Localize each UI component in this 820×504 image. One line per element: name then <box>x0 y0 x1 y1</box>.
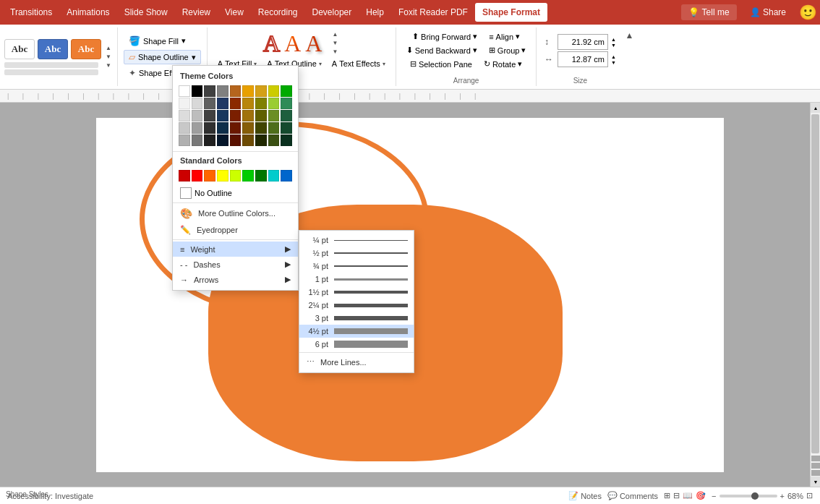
height-down-icon[interactable]: ▼ <box>611 43 616 48</box>
weight-15pt[interactable]: 1½ pt <box>299 286 414 299</box>
zoom-out-icon[interactable]: − <box>712 492 716 500</box>
zoom-thumb[interactable] <box>751 492 759 500</box>
shape-style-blue[interactable]: Abc <box>38 39 68 59</box>
color-shade-49[interactable] <box>281 134 292 146</box>
color-dark1[interactable] <box>204 85 215 97</box>
fit-page-icon[interactable]: ⊡ <box>806 491 813 500</box>
menu-help[interactable]: Help <box>359 3 391 22</box>
menu-animations[interactable]: Animations <box>59 3 116 22</box>
color-shade-35[interactable] <box>230 122 242 134</box>
more-outline-option[interactable]: 🎨 More Outline Colors... <box>173 205 298 222</box>
shape-style-orange[interactable]: Abc <box>71 39 101 59</box>
menu-review[interactable]: Review <box>175 3 218 22</box>
weight-1pt[interactable]: 1 pt <box>299 273 414 286</box>
share-button[interactable]: 👤 Share <box>743 4 793 20</box>
vertical-scrollbar[interactable]: ▲ ▼ <box>810 103 820 487</box>
std-color-8[interactable] <box>268 170 280 181</box>
menu-foxit[interactable]: Foxit Reader PDF <box>391 3 475 22</box>
std-color-3[interactable] <box>204 170 215 181</box>
color-lime1[interactable] <box>268 85 280 97</box>
menu-recording[interactable]: Recording <box>251 3 305 22</box>
scroll-up-button[interactable]: ▲ <box>811 103 820 113</box>
color-shade-47[interactable] <box>255 134 267 146</box>
shape-outline-button[interactable]: ▱ Shape Outline ▾ <box>124 50 201 64</box>
color-shade-13[interactable] <box>204 98 215 109</box>
color-shade-44[interactable] <box>217 134 229 146</box>
style-scroll[interactable]: ▲ ▼ ▼ <box>103 45 113 69</box>
std-color-2[interactable] <box>192 170 203 181</box>
std-color-6[interactable] <box>242 170 254 181</box>
color-shade-21[interactable] <box>179 110 190 121</box>
color-shade-45[interactable] <box>230 134 242 146</box>
group-button[interactable]: ⊞ Group ▾ <box>484 44 531 56</box>
presenter-view-icon[interactable]: 🎯 <box>696 491 706 500</box>
zoom-slider[interactable] <box>719 495 777 497</box>
weight-6pt[interactable]: 6 pt <box>299 338 414 351</box>
shape-fill-button[interactable]: 🪣 Shape Fill ▾ <box>124 33 201 48</box>
arrows-option[interactable]: → Arrows ▶ <box>173 272 298 287</box>
weight-025pt[interactable]: ¼ pt <box>299 234 414 247</box>
color-shade-14[interactable] <box>217 98 229 109</box>
color-shade-41[interactable] <box>179 134 190 146</box>
color-shade-46[interactable] <box>242 134 254 146</box>
color-shade-23[interactable] <box>204 110 215 121</box>
wordart-scroll-expand[interactable]: ▼ <box>330 48 339 55</box>
color-shade-43[interactable] <box>204 134 215 146</box>
height-input[interactable] <box>558 34 608 50</box>
rotate-button[interactable]: ↻ Rotate ▾ <box>479 58 526 70</box>
color-shade-16[interactable] <box>242 98 254 109</box>
scroll-thumb[interactable] <box>811 114 819 453</box>
menu-shape-format[interactable]: Shape Format <box>475 3 547 22</box>
color-shade-33[interactable] <box>204 122 215 134</box>
tell-me-box[interactable]: 💡 Tell me <box>681 4 737 20</box>
color-shade-31[interactable] <box>179 122 190 134</box>
color-green1[interactable] <box>281 85 292 97</box>
notes-button[interactable]: 📝 Notes <box>568 491 602 500</box>
color-shade-34[interactable] <box>217 122 229 134</box>
wordart-scroll-down[interactable]: ▼ <box>330 39 339 46</box>
eyedropper-option[interactable]: ✏️ Eyedropper <box>173 222 298 238</box>
color-shade-29[interactable] <box>281 110 292 121</box>
height-up-icon[interactable]: ▲ <box>611 37 616 42</box>
color-shade-28[interactable] <box>268 110 280 121</box>
scroll-expand-icon[interactable]: ▼ <box>104 62 113 69</box>
color-shade-19[interactable] <box>281 98 292 109</box>
selection-pane-button[interactable]: ⊟ Selection Pane <box>406 58 477 70</box>
scroll-down-icon[interactable]: ▼ <box>104 54 113 61</box>
menu-view[interactable]: View <box>218 3 251 22</box>
color-shade-11[interactable] <box>179 98 190 109</box>
weight-option[interactable]: ≡ Weight ▶ <box>173 242 298 257</box>
color-shade-24[interactable] <box>217 110 229 121</box>
color-shade-37[interactable] <box>255 122 267 134</box>
no-outline-option[interactable]: No Outline <box>173 185 298 201</box>
color-black[interactable] <box>192 85 203 97</box>
color-shade-12[interactable] <box>192 98 203 109</box>
scroll-up-icon[interactable]: ▲ <box>104 45 113 52</box>
wordart-scroll[interactable]: ▲ ▼ ▼ <box>329 30 339 55</box>
color-shade-39[interactable] <box>281 122 292 134</box>
color-shade-38[interactable] <box>268 122 280 134</box>
color-shade-18[interactable] <box>268 98 280 109</box>
weight-075pt[interactable]: ¾ pt <box>299 260 414 273</box>
std-color-4[interactable] <box>217 170 229 181</box>
color-shade-27[interactable] <box>255 110 267 121</box>
menu-slideshow[interactable]: Slide Show <box>117 3 175 22</box>
color-yellow1[interactable] <box>242 85 254 97</box>
color-shade-17[interactable] <box>255 98 267 109</box>
color-shade-48[interactable] <box>268 134 280 146</box>
slide-sorter-icon[interactable]: ⊟ <box>673 491 680 500</box>
color-white[interactable] <box>179 85 190 97</box>
color-brown1[interactable] <box>230 85 242 97</box>
send-backward-button[interactable]: ⬇ Send Backward ▾ <box>402 44 482 56</box>
wordart-a-shadow[interactable]: A <box>305 32 322 55</box>
color-shade-22[interactable] <box>192 110 203 121</box>
std-color-9[interactable] <box>281 170 292 181</box>
std-color-1[interactable] <box>179 170 190 181</box>
menu-developer[interactable]: Developer <box>305 3 359 22</box>
width-up-icon[interactable]: ▲ <box>611 54 616 59</box>
menu-transitions[interactable]: Transitions <box>3 3 59 22</box>
color-shade-42[interactable] <box>192 134 203 146</box>
weight-05pt[interactable]: ½ pt <box>299 247 414 260</box>
color-gray1[interactable] <box>217 85 229 97</box>
collapse-ribbon-button[interactable]: ▲ <box>623 27 635 86</box>
